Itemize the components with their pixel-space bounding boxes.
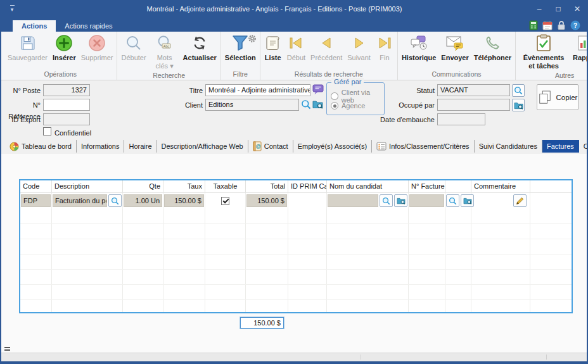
invoice-row[interactable]: FDP Facturation du poste 1.00 Un 150.00 … (20, 192, 572, 209)
svg-text:?: ? (573, 22, 577, 29)
titlebar: ▾ Montréal - Adjointe administrative - A… (1, 0, 587, 18)
client-field[interactable]: Editions (205, 99, 299, 111)
no-poste-label: N° Poste (3, 85, 41, 96)
facture-search-button[interactable] (446, 194, 459, 207)
date-embauche-field[interactable] (437, 113, 485, 125)
ribbon-tab-actions[interactable]: Actions (13, 20, 56, 32)
col-total[interactable]: Total (246, 180, 288, 192)
col-code[interactable]: Code (20, 180, 52, 192)
group-label-filtre: Filtre (222, 70, 259, 80)
delete-button[interactable]: Supprimer (79, 32, 116, 63)
tab-infos-classement-criteres[interactable]: Infos/Classement/Critères (372, 140, 475, 153)
tab-employes-associes[interactable]: Employé(s) Associé(s) (293, 140, 372, 153)
description-search-button[interactable] (108, 194, 122, 207)
calculator-icon[interactable] (529, 20, 538, 30)
statut-search-button[interactable] (512, 84, 525, 97)
ribbon-group-filtre: Sélection Filtre (221, 32, 260, 80)
minimize-button[interactable]: – (530, 1, 549, 17)
candidat-search-button[interactable] (380, 194, 393, 207)
empty-row (20, 209, 572, 224)
refresh-button[interactable]: Actualiser (181, 32, 219, 63)
criteria-list-icon (376, 142, 387, 151)
taxable-checkbox[interactable] (221, 197, 229, 205)
calendar-icon[interactable] (542, 21, 553, 30)
keyword-search-icon: Abc (156, 34, 174, 53)
tab-commissions[interactable]: Commissions (579, 140, 588, 153)
save-floppy-icon (20, 34, 36, 53)
col-description[interactable]: Description (52, 180, 123, 192)
page-tabstrip: Tableau de bord Informations Horaire Des… (1, 139, 587, 154)
group-label-operations: Opérations (5, 70, 115, 80)
dashboard-pie-icon (10, 142, 19, 151)
keywords-button[interactable]: Abc Mots clés ▾ (149, 32, 181, 71)
events-tasks-button[interactable]: Évènements et tâches (517, 32, 570, 71)
titre-field[interactable]: Montréal - Adjointe administrative - Ang… (205, 84, 310, 96)
candidat-folder-search-button[interactable] (394, 194, 407, 207)
id-export-field[interactable] (43, 113, 90, 125)
maximize-button[interactable]: □ (549, 1, 568, 17)
list-button[interactable]: Liste (262, 32, 284, 63)
resize-grip-icon[interactable] (4, 347, 10, 351)
cell-qte[interactable]: 1.00 Un (124, 194, 162, 207)
first-button[interactable]: Début (284, 32, 308, 63)
lock-icon[interactable] (557, 20, 566, 30)
col-qte[interactable]: Qte (123, 180, 163, 192)
ribbon-tab-actions-rapides[interactable]: Actions rapides (56, 20, 121, 32)
next-button[interactable]: Suivant (345, 32, 373, 63)
comment-edit-pencil-button[interactable] (513, 194, 527, 207)
cell-facture[interactable] (409, 194, 444, 207)
factures-panel: Code Description Qte Taux Taxable Total … (1, 154, 587, 353)
confidentiel-checkbox[interactable] (43, 127, 51, 135)
report-button[interactable]: Rapport (570, 32, 588, 63)
copier-button[interactable]: Copier (537, 84, 578, 110)
contact-book-icon: @ (253, 141, 262, 151)
radio-agence[interactable]: Agence (331, 102, 365, 110)
group-label-resultats: Résultats de recherche (262, 70, 396, 80)
invoice-total-field[interactable]: 150.00 $ (240, 317, 284, 329)
quick-access-toolbar-icon[interactable]: ▾ (5, 5, 19, 13)
tab-tableau-de-bord[interactable]: Tableau de bord (5, 140, 77, 153)
last-button[interactable]: Fin (373, 32, 396, 63)
col-id-prim[interactable]: ID PRIM Can... (288, 180, 327, 192)
statut-field[interactable]: VACANT (437, 84, 510, 96)
col-taux[interactable]: Taux (163, 180, 205, 192)
no-poste-field[interactable]: 1327 (43, 84, 90, 96)
cell-total[interactable]: 150.00 $ (246, 194, 287, 207)
cell-description[interactable]: Facturation du poste (53, 194, 107, 207)
tab-horaire[interactable]: Horaire (124, 140, 157, 153)
tab-factures[interactable]: Factures (542, 140, 579, 153)
comment-icon[interactable] (312, 84, 324, 95)
close-button[interactable]: ✕ (568, 1, 587, 17)
col-commentaire[interactable]: Commentaire (471, 180, 530, 192)
cell-candidat[interactable] (328, 194, 378, 207)
cell-id-prim[interactable] (288, 192, 327, 209)
group-label-communications: Communications (399, 70, 514, 80)
previous-button[interactable]: Précédent (308, 32, 345, 63)
col-nom-candidat[interactable]: Nom du candidat (327, 180, 409, 192)
col-no-facture[interactable]: N° Facture (409, 180, 445, 192)
gere-par-groupbox: Géré par Client via web Agence (326, 82, 385, 115)
col-taxable[interactable]: Taxable (205, 180, 246, 192)
save-button[interactable]: Sauvegarder (5, 32, 50, 63)
delete-x-icon (88, 34, 106, 53)
phone-button[interactable]: Téléphoner (471, 32, 514, 63)
cell-code[interactable]: FDP (21, 194, 51, 207)
settings-gear-icon[interactable] (248, 34, 257, 43)
send-button[interactable]: Envoyer (438, 32, 471, 63)
history-button[interactable]: Historique (399, 32, 438, 63)
insert-button[interactable]: Insérer (50, 32, 79, 63)
no-reference-field[interactable] (43, 99, 90, 111)
tab-description-affichage-web[interactable]: Description/Affichage Web (157, 140, 248, 153)
cell-taux[interactable]: 150.00 $ (164, 194, 204, 207)
occupe-par-field[interactable] (437, 99, 510, 111)
list-scroll-icon (265, 34, 281, 53)
previous-arrow-icon (319, 34, 334, 53)
tab-informations[interactable]: Informations (77, 140, 125, 153)
occupe-par-folder-search-button[interactable] (512, 99, 525, 111)
client-search-icon[interactable] (301, 99, 311, 110)
tab-contact[interactable]: @ Contact (248, 140, 293, 153)
client-folder-search-icon[interactable] (312, 99, 323, 109)
start-search-button[interactable]: Débuter (118, 32, 148, 63)
tab-suivi-candidatures[interactable]: Suivi Candidatures (475, 140, 542, 153)
help-icon[interactable]: ? (570, 20, 580, 30)
